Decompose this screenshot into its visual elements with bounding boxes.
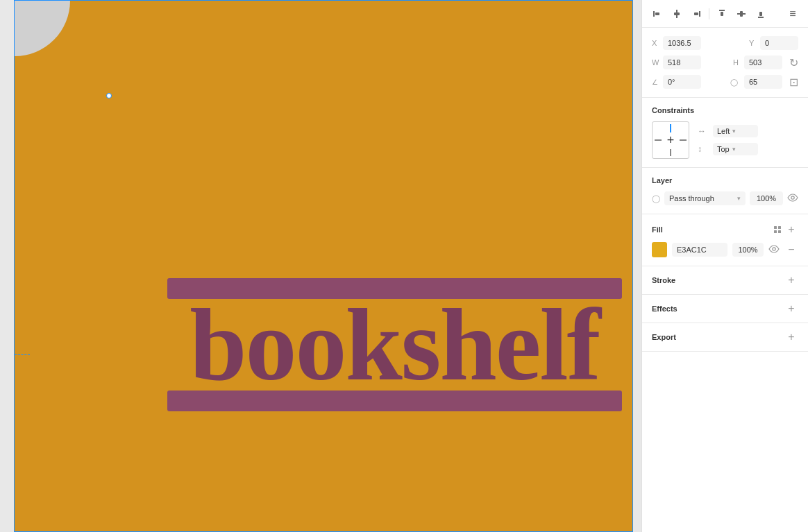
layer-row: ◯ Pass through ▾ 100% (652, 191, 798, 205)
position-size-section: X 1036.5 Y 0 W 518 H 503 ↻ ∠ 0° ◯ 65 ⊡ (642, 28, 808, 98)
export-section: Export + (642, 323, 808, 352)
lock-ratio-button[interactable]: ↻ (789, 56, 798, 69)
w-value[interactable]: 518 (663, 55, 701, 69)
horizontal-constraint-row: ↔ Left ▾ (698, 125, 758, 137)
vertical-constraint-select[interactable]: Top ▾ (713, 143, 758, 155)
constraint-top-indicator (670, 124, 671, 132)
fill-title: Fill (652, 225, 771, 234)
align-middle-button[interactable] (733, 6, 750, 22)
fill-color-swatch[interactable] (652, 242, 667, 257)
x-value[interactable]: 1036.5 (663, 36, 701, 50)
export-title: Export (652, 333, 784, 341)
opacity-input[interactable]: 100% (750, 191, 783, 205)
blend-mode-icon: ◯ (652, 194, 660, 203)
constraint-right-indicator (680, 139, 687, 141)
svg-rect-15 (774, 230, 777, 233)
layer-title: Layer (652, 176, 798, 185)
svg-rect-4 (699, 11, 700, 17)
y-value[interactable]: 0 (760, 36, 798, 50)
constraint-box[interactable]: + (652, 121, 689, 159)
svg-rect-5 (694, 12, 698, 15)
align-right-button[interactable] (688, 6, 705, 22)
align-separator (709, 8, 709, 19)
chevron-down-icon: ▾ (732, 128, 736, 135)
bookshelf-text: bookshelf (167, 293, 622, 396)
h-label: H (733, 58, 740, 67)
stroke-add-button[interactable]: + (784, 273, 798, 287)
constraint-controls: ↔ Left ▾ ↕ Top ▾ (698, 125, 758, 155)
svg-point-12 (791, 196, 794, 198)
blend-chevron-icon: ▾ (737, 195, 741, 202)
svg-rect-1 (655, 12, 659, 15)
align-center-h-button[interactable] (668, 6, 685, 22)
align-top-button[interactable] (714, 6, 730, 22)
artboard: bookshelf (14, 0, 633, 532)
constraint-bottom-indicator (670, 149, 671, 156)
effects-title: Effects (652, 304, 784, 313)
more-options-button[interactable]: ≡ (784, 6, 801, 22)
constraint-center-plus: + (667, 133, 675, 148)
svg-rect-14 (778, 226, 781, 229)
fill-hex-input[interactable]: E3AC1C (672, 243, 727, 257)
stroke-section: Stroke + (642, 266, 808, 295)
angle-label: ∠ (652, 78, 659, 86)
horizontal-constraint-value: Left (717, 127, 730, 135)
canvas: bookshelf (0, 0, 641, 532)
h-value[interactable]: 503 (744, 55, 782, 69)
w-label: W (652, 58, 659, 67)
artboard-corner (15, 1, 70, 56)
bookshelf-container: bookshelf (167, 278, 622, 411)
svg-rect-11 (759, 12, 762, 16)
corner-icon-button[interactable]: ⊡ (789, 76, 798, 89)
fill-visibility-button[interactable] (768, 245, 780, 255)
svg-rect-13 (774, 226, 777, 229)
angle-corner-row: ∠ 0° ◯ 65 ⊡ (652, 75, 798, 89)
angle-value[interactable]: 0° (663, 75, 701, 89)
corner-value[interactable]: 65 (744, 75, 782, 89)
chevron-down-icon-2: ▾ (732, 146, 736, 153)
svg-rect-6 (719, 10, 725, 11)
vertical-constraint-row: ↕ Top ▾ (698, 143, 758, 155)
blend-mode-value: Pass through (669, 194, 714, 203)
constraints-inner: + ↔ Left ▾ ↕ Top ▾ (652, 121, 798, 159)
visibility-button[interactable] (787, 194, 798, 204)
svg-point-17 (773, 247, 775, 250)
wh-row: W 518 H 503 ↻ (652, 55, 798, 69)
vertical-constraint-icon: ↕ (698, 144, 709, 154)
layer-section: Layer ◯ Pass through ▾ 100% (642, 168, 808, 214)
y-label: Y (749, 39, 756, 47)
svg-rect-10 (758, 17, 764, 18)
effects-add-button[interactable]: + (784, 302, 798, 316)
dashed-line (15, 354, 30, 355)
xy-row: X 1036.5 Y 0 (652, 36, 798, 50)
stroke-title: Stroke (652, 276, 784, 284)
svg-rect-7 (721, 12, 723, 16)
align-toolbar: ≡ (642, 0, 808, 28)
export-add-button[interactable]: + (784, 330, 798, 344)
blend-mode-button[interactable]: Pass through ▾ (664, 191, 746, 205)
align-bottom-button[interactable] (752, 6, 769, 22)
fill-add-button[interactable]: + (784, 223, 798, 237)
corner-label: ◯ (730, 78, 740, 86)
x-label: X (652, 39, 659, 47)
fill-grid-button[interactable] (771, 223, 784, 237)
constraints-title: Constraints (652, 106, 798, 114)
horizontal-constraint-icon: ↔ (698, 126, 709, 136)
svg-rect-3 (674, 12, 680, 15)
svg-rect-9 (740, 11, 743, 17)
svg-rect-16 (778, 230, 781, 233)
effects-section: Effects + (642, 295, 808, 323)
horizontal-constraint-select[interactable]: Left ▾ (713, 125, 758, 137)
constraints-section: Constraints + ↔ Left ▾ (642, 98, 808, 168)
fill-opacity-input[interactable]: 100% (732, 243, 764, 257)
fill-remove-button[interactable]: − (784, 243, 798, 257)
constraint-left-indicator (655, 139, 662, 141)
right-panel: ≡ X 1036.5 Y 0 W 518 H 503 ↻ ∠ 0° ◯ 65 ⊡ (641, 0, 808, 532)
fill-row: E3AC1C 100% − (652, 242, 798, 257)
fill-section-header: Fill + (652, 223, 798, 237)
svg-rect-0 (653, 11, 655, 17)
selection-dot (106, 93, 112, 98)
align-left-button[interactable] (649, 6, 666, 22)
vertical-constraint-value: Top (717, 145, 730, 153)
fill-section: Fill + E3AC1C 100% − (642, 214, 808, 266)
